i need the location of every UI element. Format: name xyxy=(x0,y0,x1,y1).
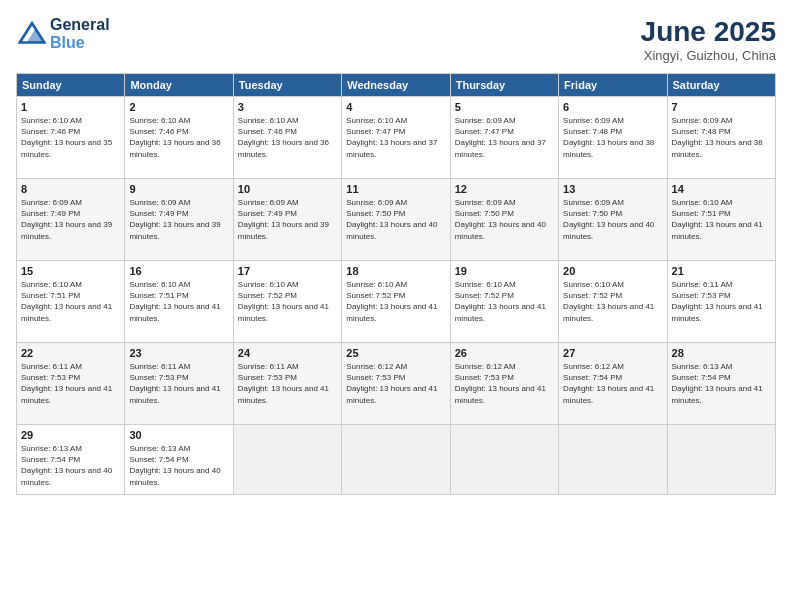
list-item: 1 Sunrise: 6:10 AMSunset: 7:46 PMDayligh… xyxy=(17,97,125,179)
title-block: June 2025 Xingyi, Guizhou, China xyxy=(641,16,776,63)
list-item: 17 Sunrise: 6:10 AMSunset: 7:52 PMDaylig… xyxy=(233,261,341,343)
col-wednesday: Wednesday xyxy=(342,74,450,97)
table-row: 29 Sunrise: 6:13 AMSunset: 7:54 PMDaylig… xyxy=(17,425,776,495)
logo: General Blue xyxy=(16,16,110,52)
location: Xingyi, Guizhou, China xyxy=(641,48,776,63)
table-row: 8 Sunrise: 6:09 AMSunset: 7:49 PMDayligh… xyxy=(17,179,776,261)
logo-blue: Blue xyxy=(50,34,110,52)
list-item: 16 Sunrise: 6:10 AMSunset: 7:51 PMDaylig… xyxy=(125,261,233,343)
col-tuesday: Tuesday xyxy=(233,74,341,97)
list-item: 22 Sunrise: 6:11 AMSunset: 7:53 PMDaylig… xyxy=(17,343,125,425)
empty-cell xyxy=(450,425,558,495)
list-item: 6 Sunrise: 6:09 AMSunset: 7:48 PMDayligh… xyxy=(559,97,667,179)
list-item: 28 Sunrise: 6:13 AMSunset: 7:54 PMDaylig… xyxy=(667,343,775,425)
list-item: 9 Sunrise: 6:09 AMSunset: 7:49 PMDayligh… xyxy=(125,179,233,261)
list-item: 3 Sunrise: 6:10 AMSunset: 7:46 PMDayligh… xyxy=(233,97,341,179)
list-item: 20 Sunrise: 6:10 AMSunset: 7:52 PMDaylig… xyxy=(559,261,667,343)
empty-cell xyxy=(342,425,450,495)
list-item: 24 Sunrise: 6:11 AMSunset: 7:53 PMDaylig… xyxy=(233,343,341,425)
col-sunday: Sunday xyxy=(17,74,125,97)
logo-general: General xyxy=(50,16,110,34)
header: General Blue June 2025 Xingyi, Guizhou, … xyxy=(16,16,776,63)
list-item: 14 Sunrise: 6:10 AMSunset: 7:51 PMDaylig… xyxy=(667,179,775,261)
logo-icon xyxy=(18,18,46,46)
table-row: 15 Sunrise: 6:10 AMSunset: 7:51 PMDaylig… xyxy=(17,261,776,343)
list-item: 30 Sunrise: 6:13 AMSunset: 7:54 PMDaylig… xyxy=(125,425,233,495)
col-thursday: Thursday xyxy=(450,74,558,97)
list-item: 5 Sunrise: 6:09 AMSunset: 7:47 PMDayligh… xyxy=(450,97,558,179)
table-row: 1 Sunrise: 6:10 AMSunset: 7:46 PMDayligh… xyxy=(17,97,776,179)
page: General Blue June 2025 Xingyi, Guizhou, … xyxy=(0,0,792,612)
list-item: 12 Sunrise: 6:09 AMSunset: 7:50 PMDaylig… xyxy=(450,179,558,261)
list-item: 25 Sunrise: 6:12 AMSunset: 7:53 PMDaylig… xyxy=(342,343,450,425)
calendar-header-row: Sunday Monday Tuesday Wednesday Thursday… xyxy=(17,74,776,97)
col-saturday: Saturday xyxy=(667,74,775,97)
col-monday: Monday xyxy=(125,74,233,97)
table-row: 22 Sunrise: 6:11 AMSunset: 7:53 PMDaylig… xyxy=(17,343,776,425)
list-item: 13 Sunrise: 6:09 AMSunset: 7:50 PMDaylig… xyxy=(559,179,667,261)
empty-cell xyxy=(233,425,341,495)
col-friday: Friday xyxy=(559,74,667,97)
list-item: 8 Sunrise: 6:09 AMSunset: 7:49 PMDayligh… xyxy=(17,179,125,261)
list-item: 19 Sunrise: 6:10 AMSunset: 7:52 PMDaylig… xyxy=(450,261,558,343)
list-item: 2 Sunrise: 6:10 AMSunset: 7:46 PMDayligh… xyxy=(125,97,233,179)
list-item: 23 Sunrise: 6:11 AMSunset: 7:53 PMDaylig… xyxy=(125,343,233,425)
empty-cell xyxy=(667,425,775,495)
empty-cell xyxy=(559,425,667,495)
list-item: 7 Sunrise: 6:09 AMSunset: 7:48 PMDayligh… xyxy=(667,97,775,179)
list-item: 26 Sunrise: 6:12 AMSunset: 7:53 PMDaylig… xyxy=(450,343,558,425)
list-item: 29 Sunrise: 6:13 AMSunset: 7:54 PMDaylig… xyxy=(17,425,125,495)
list-item: 27 Sunrise: 6:12 AMSunset: 7:54 PMDaylig… xyxy=(559,343,667,425)
list-item: 21 Sunrise: 6:11 AMSunset: 7:53 PMDaylig… xyxy=(667,261,775,343)
list-item: 15 Sunrise: 6:10 AMSunset: 7:51 PMDaylig… xyxy=(17,261,125,343)
calendar-table: Sunday Monday Tuesday Wednesday Thursday… xyxy=(16,73,776,495)
list-item: 18 Sunrise: 6:10 AMSunset: 7:52 PMDaylig… xyxy=(342,261,450,343)
list-item: 10 Sunrise: 6:09 AMSunset: 7:49 PMDaylig… xyxy=(233,179,341,261)
list-item: 4 Sunrise: 6:10 AMSunset: 7:47 PMDayligh… xyxy=(342,97,450,179)
list-item: 11 Sunrise: 6:09 AMSunset: 7:50 PMDaylig… xyxy=(342,179,450,261)
month-title: June 2025 xyxy=(641,16,776,48)
